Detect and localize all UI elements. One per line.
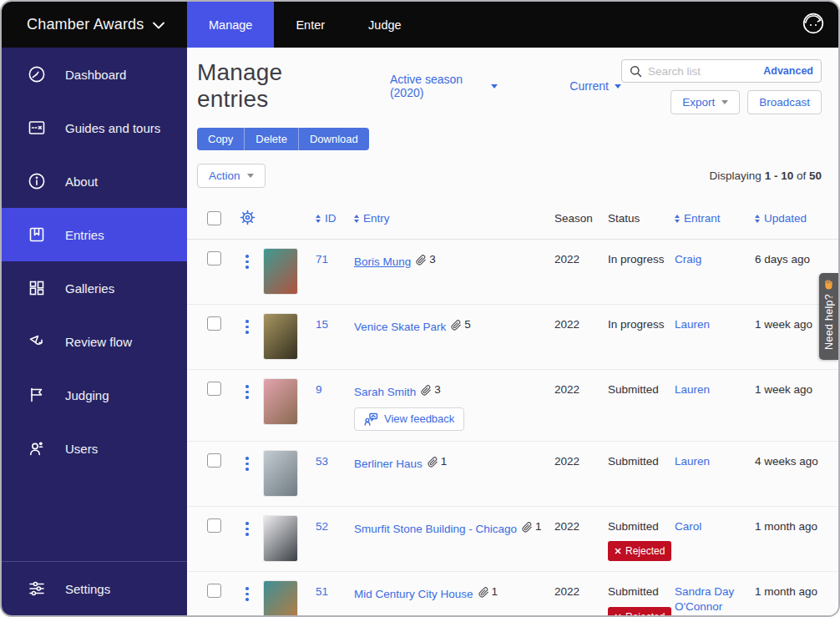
search-input[interactable] (648, 65, 757, 78)
select-all-checkbox[interactable] (207, 211, 221, 225)
sidebar-item-guides[interactable]: Guides and tours (2, 101, 187, 154)
row-checkbox[interactable] (207, 316, 221, 331)
broadcast-button-label: Broadcast (759, 96, 810, 109)
row-checkbox[interactable] (207, 453, 221, 468)
entry-id-link[interactable]: 15 (316, 318, 328, 331)
sort-icon (354, 215, 359, 223)
broadcast-button[interactable]: Broadcast (747, 90, 822, 114)
table-row: 15 Venice Skate Park5 2022 In progress L… (187, 305, 838, 370)
sidebar-item-review-flow[interactable]: Review flow (2, 315, 187, 368)
tab-enter[interactable]: Enter (274, 2, 347, 48)
row-menu-kebab-icon[interactable] (240, 318, 254, 336)
column-header-entrant[interactable]: Entrant (675, 212, 755, 225)
entries-table: ID Entry Season Status Entrant (187, 200, 838, 615)
attachment-count: 1 (478, 584, 498, 600)
column-label: Season (554, 212, 593, 225)
column-header-id[interactable]: ID (316, 212, 354, 225)
entry-title-link[interactable]: Sarah Smith (354, 386, 416, 398)
row-menu-kebab-icon[interactable] (240, 455, 254, 473)
entrant-link[interactable]: Carol (675, 520, 701, 533)
entrant-link[interactable]: Lauren (675, 455, 710, 468)
entry-id-link[interactable]: 71 (316, 253, 328, 266)
top-bar: Chamber Awards Manage Enter Judge (2, 2, 838, 48)
entry-title-link[interactable]: Berliner Haus (354, 458, 423, 470)
sidebar-item-users[interactable]: Users (2, 422, 187, 475)
x-icon (615, 548, 621, 554)
season-filter-dropdown[interactable]: Active season (2020) (390, 73, 498, 99)
main-content: Manage entries Active season (2020) Curr… (187, 48, 838, 615)
account-avatar-icon[interactable] (802, 12, 825, 38)
need-help-tab[interactable]: Need help? (819, 273, 838, 360)
search-icon (630, 65, 642, 78)
sidebar-item-label: Settings (65, 582, 110, 596)
advanced-search-link[interactable]: Advanced (763, 65, 813, 77)
column-header-updated[interactable]: Updated (755, 212, 818, 225)
status-cell: Submitted Rejected (608, 584, 675, 615)
entry-id-link[interactable]: 53 (316, 455, 328, 468)
row-menu-kebab-icon[interactable] (240, 520, 254, 538)
entry-thumbnail[interactable] (264, 314, 297, 359)
action-dropdown-button[interactable]: Action (197, 164, 266, 188)
entry-thumbnail[interactable] (264, 581, 297, 615)
entry-thumbnail[interactable] (264, 516, 297, 561)
column-label: Entrant (684, 212, 721, 225)
status-cell: Submitted (608, 453, 675, 470)
row-menu-kebab-icon[interactable] (240, 253, 254, 271)
entry-title-link[interactable]: Boris Mung (354, 255, 411, 268)
galleries-grid-icon (27, 278, 47, 298)
sidebar-item-settings[interactable]: Settings (2, 562, 187, 615)
app-switcher[interactable]: Chamber Awards (2, 2, 187, 48)
entry-thumbnail[interactable] (264, 249, 297, 294)
tab-enter-label: Enter (296, 18, 325, 32)
rejected-badge: Rejected (608, 607, 671, 615)
sidebar-item-dashboard[interactable]: Dashboard (2, 48, 187, 101)
row-menu-kebab-icon[interactable] (240, 585, 254, 603)
row-checkbox[interactable] (207, 518, 221, 533)
row-checkbox[interactable] (207, 584, 221, 598)
sidebar-item-galleries[interactable]: Galleries (2, 261, 187, 315)
status-cell: Submitted Rejected (608, 518, 675, 561)
view-feedback-button[interactable]: View feedback (354, 407, 464, 431)
current-filter-dropdown[interactable]: Current (569, 79, 621, 93)
entry-title-link[interactable]: Smurfit Stone Building - Chicago (354, 523, 517, 535)
entrant-link[interactable]: Lauren (675, 318, 710, 331)
entry-id-link[interactable]: 51 (316, 585, 328, 598)
chevron-down-icon (491, 84, 498, 89)
map-icon (27, 118, 47, 138)
entrant-link[interactable]: Craig (675, 253, 701, 266)
entrant-link[interactable]: Sandra Day O'Connor (675, 585, 734, 613)
copy-button[interactable]: Copy (197, 128, 245, 150)
entry-title-link[interactable]: Venice Skate Park (354, 321, 446, 333)
tab-judge[interactable]: Judge (347, 2, 423, 48)
chevron-down-icon (247, 174, 254, 178)
download-button[interactable]: Download (299, 128, 369, 150)
rejected-label: Rejected (625, 609, 665, 615)
export-button[interactable]: Export (670, 90, 740, 114)
entry-title-link[interactable]: Mid Century City House (354, 588, 473, 600)
sidebar-item-about[interactable]: About (2, 154, 187, 208)
tab-manage[interactable]: Manage (187, 2, 274, 48)
entry-thumbnail[interactable] (264, 451, 297, 496)
feedback-icon (364, 412, 378, 426)
column-header-entry[interactable]: Entry (354, 212, 554, 225)
row-checkbox[interactable] (207, 251, 221, 266)
entrant-link[interactable]: Lauren (675, 383, 710, 396)
column-settings-gear-icon[interactable] (240, 210, 256, 229)
updated-cell: 4 weeks ago (755, 453, 818, 470)
search-box: Advanced (621, 59, 822, 83)
tab-judge-label: Judge (368, 18, 402, 32)
sort-icon (316, 215, 321, 223)
entry-id-link[interactable]: 9 (316, 383, 322, 396)
delete-button[interactable]: Delete (245, 128, 299, 150)
sidebar-item-entries[interactable]: Entries (2, 208, 187, 261)
sidebar-item-label: About (65, 174, 98, 189)
chevron-down-icon (721, 100, 728, 104)
entry-thumbnail[interactable] (264, 379, 297, 424)
table-row: 51 Mid Century City House1 2022 Submitte… (187, 572, 838, 615)
row-checkbox[interactable] (207, 382, 221, 396)
sidebar-item-judging[interactable]: Judging (2, 368, 187, 422)
top-nav: Manage Enter Judge (187, 2, 423, 48)
entry-id-link[interactable]: 52 (316, 520, 328, 533)
displaying-count: Displaying 1 - 10 of 50 (710, 169, 822, 182)
row-menu-kebab-icon[interactable] (240, 383, 254, 401)
